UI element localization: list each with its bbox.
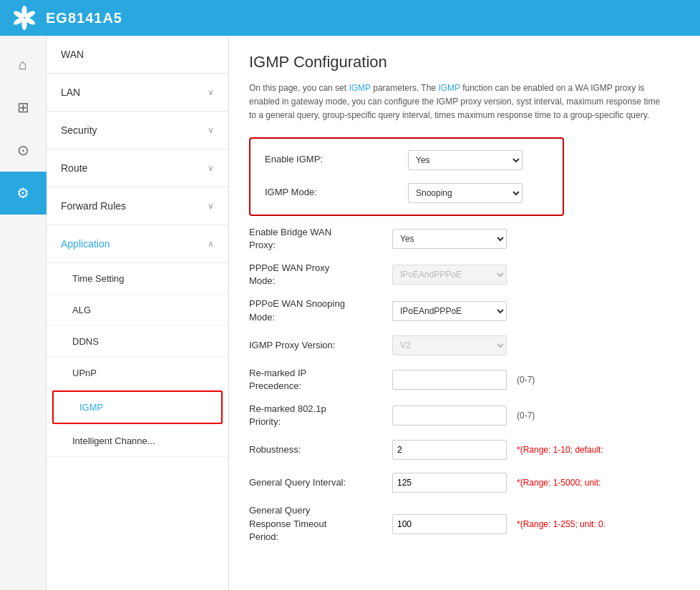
sidebar-icon-security-plus[interactable]: ⊞: [0, 86, 47, 129]
sidebar-sub-item-alg[interactable]: ALG: [47, 295, 228, 326]
chevron-down-icon: ∨: [208, 201, 214, 211]
input-remarked-ip[interactable]: [392, 370, 507, 390]
label-igmp-mode: IGMP Mode:: [265, 186, 408, 199]
label-enable-igmp: Enable IGMP:: [265, 153, 408, 166]
control-robustness: *(Range: 1-10; default:: [392, 440, 603, 460]
control-pppoe-proxy-mode: IPoEAndPPPoE: [392, 265, 507, 285]
control-bridge-wan-proxy: Yes No: [392, 229, 507, 249]
page-description: On this page, you can set IGMP parameter…: [249, 82, 664, 123]
chevron-up-icon: ∧: [208, 239, 214, 249]
label-igmp-proxy-version: IGMP Proxy Version:: [249, 339, 392, 352]
igmp-link: IGMP: [349, 83, 370, 93]
sidebar-item-security-label: Security: [61, 124, 97, 136]
select-igmp-mode[interactable]: Snooping Proxy: [408, 183, 522, 203]
sidebar-sub-item-upnp[interactable]: UPnP: [47, 358, 228, 389]
input-robustness[interactable]: [392, 440, 507, 460]
select-bridge-wan-proxy[interactable]: Yes No: [392, 229, 507, 249]
control-remarked-ip: (0-7): [392, 370, 535, 390]
chevron-down-icon: ∨: [208, 87, 214, 97]
sidebar-sub-item-time-setting[interactable]: Time Setting: [47, 263, 228, 295]
sidebar-sub-item-alg-label: ALG: [72, 305, 91, 315]
label-remarked-8021p: Re-marked 802.1pPriority:: [249, 403, 392, 428]
huawei-logo-icon: [11, 5, 37, 31]
hint-robustness: *(Range: 1-10; default:: [517, 445, 603, 455]
control-general-query-interval: *(Range: 1-5000; unit:: [392, 473, 601, 493]
label-remarked-ip: Re-marked IPPrecedence:: [249, 367, 392, 393]
main-content: IGMP Configuration On this page, you can…: [229, 36, 700, 590]
sidebar-item-lan-label: LAN: [61, 87, 80, 98]
sidebar-item-route[interactable]: Route ∨: [47, 149, 228, 187]
sidebar-sub-item-intelligent-channel[interactable]: Intelligent Channe...: [47, 426, 228, 457]
select-igmp-proxy-version[interactable]: V2 V3: [392, 335, 507, 355]
control-general-query-response: *(Range: 1-255; unit: 0.: [392, 514, 606, 534]
form-row-pppoe-proxy-mode: PPPoE WAN ProxyMode: IPoEAndPPPoE: [249, 262, 680, 287]
sidebar-item-application-label: Application: [61, 238, 110, 250]
select-pppoe-proxy-mode[interactable]: IPoEAndPPPoE: [392, 265, 507, 285]
sidebar-sub-item-upnp-label: UPnP: [72, 368, 97, 378]
sidebar-sub-item-igmp-label: IGMP: [79, 402, 103, 413]
form-row-pppoe-snooping-mode: PPPoE WAN SnoopingMode: IPoEAndPPPoE PPP…: [249, 298, 680, 323]
page-title: IGMP Configuration: [249, 53, 680, 72]
form-row-bridge-wan-proxy: Enable Bridge WANProxy: Yes No: [249, 226, 680, 252]
select-pppoe-snooping-mode[interactable]: IPoEAndPPPoE PPPoE IPoE: [392, 301, 507, 321]
hint-remarked-8021p: (0-7): [517, 410, 535, 421]
sidebar-item-forward-rules-label: Forward Rules: [61, 200, 126, 212]
input-remarked-8021p[interactable]: [392, 405, 507, 426]
chevron-down-icon: ∨: [208, 125, 214, 135]
sidebar-item-wan[interactable]: WAN: [47, 36, 228, 74]
brand-title: EG8141A5: [46, 10, 122, 26]
form-row-remarked-ip: Re-marked IPPrecedence: (0-7): [249, 367, 680, 393]
sidebar-item-route-label: Route: [61, 162, 87, 174]
control-igmp-proxy-version: V2 V3: [392, 335, 507, 355]
sidebar-sub-item-igmp[interactable]: IGMP: [52, 390, 223, 424]
sidebar-item-wan-label: WAN: [61, 49, 84, 60]
form-row-igmp-mode: IGMP Mode: Snooping Proxy: [265, 182, 548, 205]
sidebar-nav: WAN LAN ∨ Security ∨ Route ∨ Forward Rul…: [47, 36, 229, 590]
sidebar-item-security[interactable]: Security ∨: [47, 112, 228, 149]
form-row-general-query-response: General QueryResponse TimeoutPeriod: *(R…: [249, 504, 680, 544]
form-row-remarked-8021p: Re-marked 802.1pPriority: (0-7): [249, 403, 680, 428]
hint-general-query-response: *(Range: 1-255; unit: 0.: [517, 519, 606, 529]
sidebar-item-forward-rules[interactable]: Forward Rules ∨: [47, 187, 228, 225]
hint-general-query-interval: *(Range: 1-5000; unit:: [517, 478, 601, 488]
sidebar-icon-home[interactable]: ⌂: [0, 43, 47, 86]
form-row-igmp-proxy-version: IGMP Proxy Version: V2 V3: [249, 334, 680, 357]
app-header: EG8141A5: [0, 0, 700, 36]
sidebar-sub-item-intelligent-channel-label: Intelligent Channe...: [72, 436, 155, 446]
input-general-query-interval[interactable]: [392, 473, 507, 493]
control-pppoe-snooping-mode: IPoEAndPPPoE PPPoE IPoE: [392, 301, 507, 321]
form-row-general-query-interval: General Query Interval: *(Range: 1-5000;…: [249, 471, 680, 494]
sidebar-item-lan[interactable]: LAN ∨: [47, 74, 228, 112]
main-layout: ⌂ ⊞ ⊙ ⚙ WAN LAN ∨ Security ∨ Route ∨ For…: [0, 36, 700, 590]
sidebar-sub-item-ddns-label: DDNS: [72, 336, 99, 347]
hint-remarked-ip: (0-7): [517, 375, 535, 385]
sidebar-icon-clock[interactable]: ⊙: [0, 129, 47, 172]
control-remarked-8021p: (0-7): [392, 405, 535, 426]
sidebar-icons: ⌂ ⊞ ⊙ ⚙: [0, 36, 47, 590]
label-general-query-interval: General Query Interval:: [249, 476, 392, 489]
label-bridge-wan-proxy: Enable Bridge WANProxy:: [249, 226, 392, 252]
select-enable-igmp[interactable]: Yes No: [408, 150, 522, 170]
chevron-down-icon: ∨: [208, 163, 214, 173]
sidebar-icon-gear[interactable]: ⚙: [0, 172, 47, 215]
sidebar-sub-item-ddns[interactable]: DDNS: [47, 326, 228, 358]
igmp-link2: IGMP: [438, 83, 460, 93]
form-row-robustness: Robustness: *(Range: 1-10; default:: [249, 438, 680, 461]
label-robustness: Robustness:: [249, 443, 392, 456]
sidebar-sub-item-time-setting-label: Time Setting: [72, 273, 125, 284]
control-enable-igmp: Yes No: [408, 150, 522, 170]
igmp-highlight-box: Enable IGMP: Yes No IGMP Mode: Snooping: [249, 137, 564, 216]
input-general-query-response[interactable]: [392, 514, 507, 534]
form-section: Enable IGMP: Yes No IGMP Mode: Snooping: [249, 137, 680, 544]
label-pppoe-snooping-mode: PPPoE WAN SnoopingMode:: [249, 298, 392, 323]
label-pppoe-proxy-mode: PPPoE WAN ProxyMode:: [249, 262, 392, 287]
sidebar-item-application[interactable]: Application ∧: [47, 225, 228, 263]
form-row-enable-igmp: Enable IGMP: Yes No: [265, 149, 548, 172]
label-general-query-response: General QueryResponse TimeoutPeriod:: [249, 504, 392, 544]
control-igmp-mode: Snooping Proxy: [408, 183, 522, 203]
